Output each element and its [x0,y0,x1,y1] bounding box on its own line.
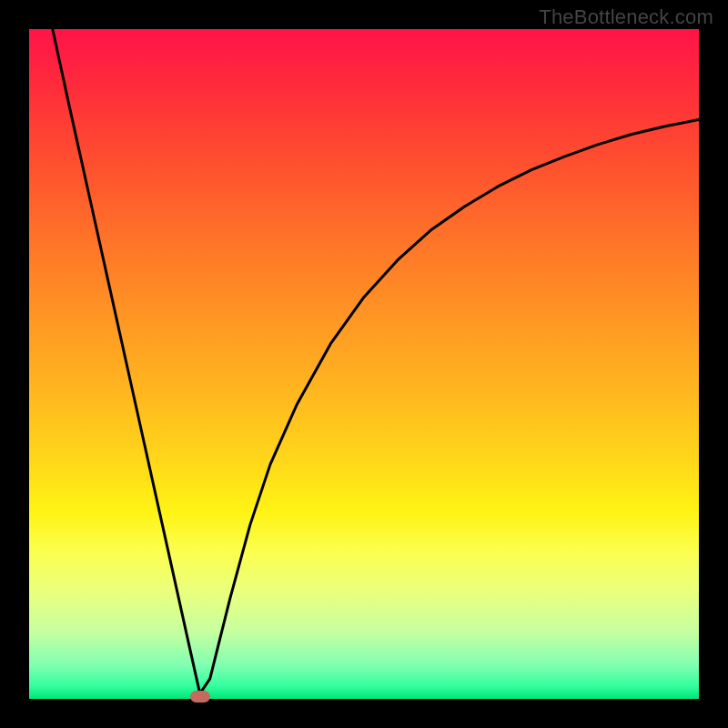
curve-path [53,29,699,693]
chart-frame: TheBottleneck.com [0,0,728,728]
curve-svg [29,29,699,699]
watermark-text: TheBottleneck.com [539,5,713,29]
minimum-marker [190,691,210,703]
